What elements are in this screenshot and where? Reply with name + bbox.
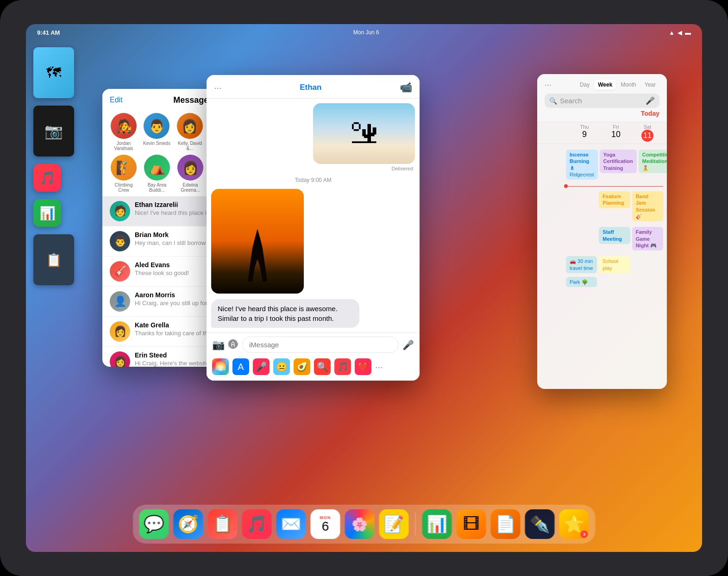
appstore-app-icon[interactable]: A (232, 358, 249, 375)
chat-input-area: 📷 🅐 🎤 🌅 A 🎤 😐 🥑 🔍 🎵 ❤️ ··· (207, 332, 420, 381)
sender-aled: Aled Evans (135, 261, 169, 269)
avatar-brian: 👨 (110, 231, 130, 251)
avatar-climbing: 🧗 (111, 155, 137, 181)
contact-item-kelly[interactable]: 👩 Kelly, David &... (176, 113, 204, 151)
sender-ethan: Ethan Izzarelii (135, 201, 178, 208)
animoji-app-icon[interactable]: 🥑 (294, 358, 310, 375)
contact-item-edwina[interactable]: 👩 Edwina Greena... (176, 155, 204, 193)
maps-thumbnail[interactable]: 🗺 (33, 47, 74, 98)
sent-photo (211, 189, 304, 294)
avatar-jordan: 🧑‍🎤 (111, 113, 137, 139)
chat-contact-name: Ethan (300, 83, 321, 92)
event-travel[interactable]: 🚗 30 min travel time (566, 256, 597, 273)
cal-tab-week[interactable]: Week (594, 80, 616, 90)
event-family[interactable]: Family Game Night 🎮 (632, 227, 663, 250)
contact-item-climbing[interactable]: 🧗 Climbing Crew (110, 155, 138, 193)
avatar-bay: ⛺ (144, 155, 170, 181)
numbers-icon: 📊 (427, 514, 447, 534)
event-park[interactable]: Park 🌳 (566, 277, 597, 287)
app-store-icon[interactable]: 🅐 (228, 339, 238, 351)
mail-icon: ✉️ (281, 514, 301, 534)
search-icon: 🔍 (549, 97, 557, 105)
music-thumbnail[interactable]: 🎵 (33, 164, 61, 192)
ipad-frame: 9:41 AM Mon Jun 6 ▲ ◀ ▬ 🗺 📷 🎵 📊 📋 (0, 0, 728, 576)
dock-separator (415, 513, 416, 536)
safari-icon: 🧭 (178, 514, 199, 534)
dock-music[interactable]: 🎵 (242, 509, 272, 539)
cal-col-sat: Sat 11 (632, 124, 663, 142)
calendar-window: ··· Day Week Month Year 🔍 Search 🎤 Today (537, 74, 667, 389)
memoji-app-icon[interactable]: 😐 (273, 358, 290, 375)
heart-app-icon[interactable]: ❤️ (355, 358, 371, 375)
avatar-erin: 👩 (110, 351, 130, 367)
chat-messages: 🏜 Delivered Today 9:00 AM Nice! I've hea… (207, 99, 420, 332)
cal-tab-year[interactable]: Year (641, 80, 659, 90)
camera-input-icon[interactable]: 📷 (212, 339, 225, 351)
music-app-icon[interactable]: 🎵 (334, 358, 351, 375)
event-school[interactable]: School play (599, 256, 630, 273)
dock-messages[interactable]: 💬 (139, 509, 169, 539)
more-apps-icon[interactable]: ··· (375, 362, 383, 372)
cal-tab-month[interactable]: Month (617, 80, 640, 90)
cal-view-tabs: Day Week Month Year (576, 80, 659, 90)
doc-thumbnail[interactable]: 📋 (33, 234, 74, 285)
dock-reminders[interactable]: 📋 (208, 509, 238, 539)
dock-keynote[interactable]: 🎞 (457, 509, 486, 539)
chat-apps-row: 🌅 A 🎤 😐 🥑 🔍 🎵 ❤️ ··· (212, 357, 414, 377)
dock-calendar[interactable]: MON 6 (311, 509, 340, 539)
ipad-screen: 9:41 AM Mon Jun 6 ▲ ◀ ▬ 🗺 📷 🎵 📊 📋 (26, 24, 702, 552)
event-bandjam[interactable]: Band Jam Session 🎸 (632, 191, 663, 221)
dock-safari[interactable]: 🧭 (174, 509, 203, 539)
photos-app-icon[interactable]: 🌅 (212, 358, 229, 375)
avatar-aled: 🎸 (110, 261, 130, 282)
event-feature[interactable]: Feature Planning (599, 191, 630, 208)
cal-events: Incense Burning 🕯 Ridgecrest Yoga Certif… (541, 144, 663, 291)
avatar-kevin: 👨 (144, 113, 169, 139)
today-button[interactable]: Today (545, 108, 659, 119)
cal-body: Incense Burning 🕯 Ridgecrest Yoga Certif… (537, 144, 667, 389)
numbers-thumbnail[interactable]: 📊 (33, 199, 61, 227)
photos-thumbnail[interactable]: 📷 (33, 106, 74, 157)
contact-name-kevin: Kevin Smeds (143, 141, 170, 146)
avatar-aaron: 👤 (110, 291, 130, 312)
chat-input-row: 📷 🅐 🎤 (212, 337, 414, 353)
contact-item-bay[interactable]: ⛺ Bay Area Buddi... (143, 155, 171, 193)
contact-item-jordan[interactable]: 🧑‍🎤 Jordan Vandnais (110, 113, 138, 151)
wifi-icon: ▲ (669, 29, 675, 36)
status-date: Mon Jun 6 (353, 29, 379, 36)
dock-notes[interactable]: 📝 (379, 509, 409, 539)
contact-item-kevin[interactable]: 👨 Kevin Smeds (143, 113, 170, 151)
hashtag-app-icon[interactable]: 🔍 (314, 358, 331, 375)
dock-photos[interactable]: 🌸 (345, 509, 375, 539)
event-meditation[interactable]: Competitive Meditation 🧘 (639, 150, 667, 173)
cal-day-num: 6 (322, 520, 329, 533)
signal-icon: ◀ (678, 29, 682, 36)
contact-name-edwina: Edwina Greena... (176, 182, 204, 193)
taskplanner-icon: ⭐ (564, 514, 584, 534)
mic-icon[interactable]: 🎤 (402, 339, 414, 351)
dock-numbers[interactable]: 📊 (422, 509, 452, 539)
edit-button[interactable]: Edit (110, 96, 123, 104)
status-time: 9:41 AM (37, 29, 60, 36)
cal-tab-day[interactable]: Day (576, 80, 593, 90)
message-bubble: Nice! I've heard this place is awesome. … (211, 299, 359, 328)
event-yoga[interactable]: Yoga Certification Training (600, 150, 637, 173)
sender-brian: Brian Mork (135, 231, 169, 238)
dock-pages[interactable]: 📄 (491, 509, 521, 539)
cal-header: ··· Day Week Month Year 🔍 Search 🎤 Today (537, 74, 667, 122)
search-mic-icon[interactable]: 🎤 (646, 96, 655, 105)
audio-app-icon[interactable]: 🎤 (253, 358, 270, 375)
event-incense[interactable]: Incense Burning 🕯 Ridgecrest (566, 150, 598, 180)
avatar-edwina: 👩 (177, 155, 203, 181)
event-staff[interactable]: Staff Meeting (599, 227, 630, 244)
dock-mail[interactable]: ✉️ (276, 509, 306, 539)
video-call-button[interactable]: 📹 (400, 81, 412, 94)
sender-aaron: Aaron Morris (135, 291, 175, 299)
sender-kate: Kate Grella (135, 321, 169, 329)
dock-pencil[interactable]: ✒️ (525, 509, 555, 539)
dock-taskplanner[interactable]: ⭐ 3 (559, 509, 589, 539)
delivered-label: Delivered (211, 166, 415, 171)
imessage-input[interactable] (242, 337, 399, 353)
chat-more-button[interactable]: ··· (214, 82, 222, 93)
cal-search-bar[interactable]: 🔍 Search 🎤 (545, 94, 659, 108)
